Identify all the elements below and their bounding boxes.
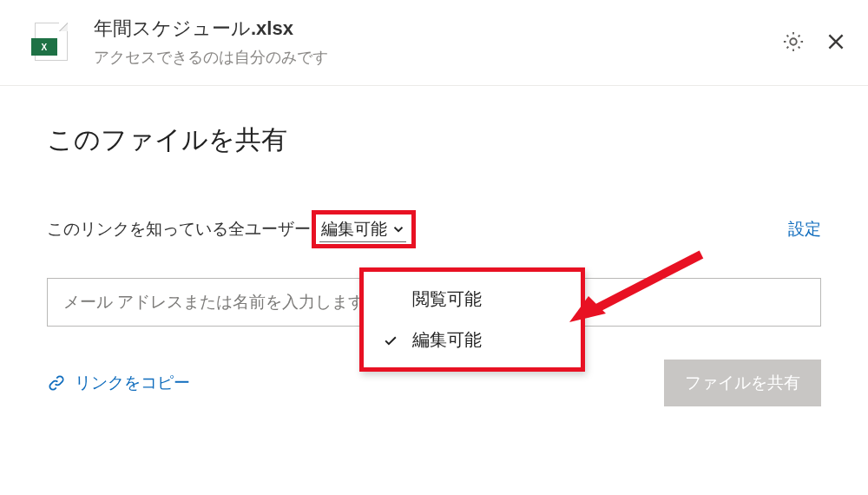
permission-left: このリンクを知っている全ユーザー: 編集可能 [47,210,416,248]
permission-dropdown-text: 編集可能 [321,218,387,241]
dropdown-option-label: 編集可能 [412,328,482,352]
dropdown-option-label: 閲覧可能 [412,287,482,311]
excel-badge: X [31,38,57,56]
settings-link[interactable]: 設定 [788,218,821,241]
dropdown-option-edit[interactable]: 編集可能 [364,320,581,360]
file-name-ext: .xlsx [251,17,293,39]
permission-row: このリンクを知っている全ユーザー: 編集可能 設定 [47,210,821,248]
permission-dropdown-menu: 閲覧可能 編集可能 [359,267,585,372]
excel-file-icon: X [35,23,68,61]
close-icon[interactable] [825,30,847,53]
gear-icon[interactable] [781,30,806,54]
svg-point-0 [790,38,796,44]
dialog-title: このファイルを共有 [47,122,821,158]
copy-link-label: リンクをコピー [75,372,190,394]
file-meta: 年間スケジュール.xlsx アクセスできるのは自分のみです [94,16,781,68]
dropdown-option-view[interactable]: 閲覧可能 [364,279,581,320]
file-access-subtitle: アクセスできるのは自分のみです [94,47,781,68]
chevron-down-icon [391,221,406,237]
header-actions [781,30,847,54]
share-file-button[interactable]: ファイルを共有 [664,360,821,406]
header: X 年間スケジュール.xlsx アクセスできるのは自分のみです [0,0,868,86]
permission-dropdown[interactable]: 編集可能 [312,210,416,248]
file-name-base: 年間スケジュール [94,17,251,39]
file-name: 年間スケジュール.xlsx [94,16,781,42]
permission-label: このリンクを知っている全ユーザー: [47,218,315,241]
link-icon [47,373,66,393]
copy-link-button[interactable]: リンクをコピー [47,372,190,394]
check-icon [381,332,400,349]
